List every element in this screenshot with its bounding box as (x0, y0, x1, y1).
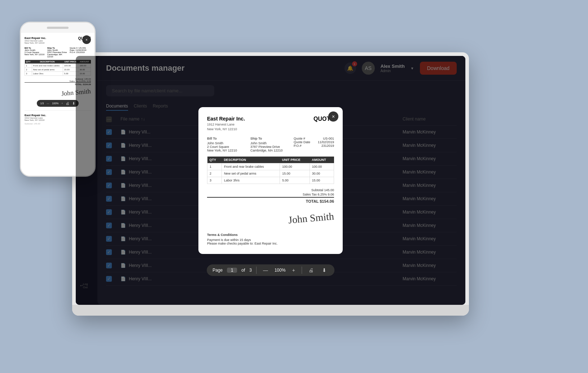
unit-1: 100.00 (280, 163, 310, 170)
page-total: 3 (249, 268, 252, 273)
amount-2: 30.00 (310, 170, 334, 177)
amount-3: 15.00 (310, 177, 334, 184)
mobile-ship-city: Cambridge, MA 12210 (47, 53, 69, 58)
terms-title: Terms & Conditions (207, 233, 334, 237)
mobile-notch-bar (47, 27, 69, 29)
line-item-3: 3 Labor 3hrs 5.00 15.00 (207, 177, 334, 184)
unit-3: 5.00 (280, 177, 310, 184)
bill-to-title: Bill To (207, 137, 247, 140)
m-qty-1: 1 (25, 64, 32, 68)
invoice-modal: × East Repair Inc. 1912 Harvest Lane New… (198, 107, 343, 254)
mobile-print-icon[interactable]: 🖨 (66, 101, 69, 105)
m-qty-2: 2 (25, 68, 32, 72)
laptop-frame: ⊞ 📄 👥 📊 📅 ↩ Log Out Documents manager (72, 52, 469, 316)
bill-to-addr1: 2 Court Square (207, 145, 247, 149)
po-label: P.O.# (294, 144, 302, 148)
m-col-qty: QTY (25, 60, 32, 64)
bill-ship-section: Bill To John Smith 2 Court Square New Yo… (207, 137, 334, 152)
company-name: East Repair Inc. (207, 116, 245, 122)
pdf-toolbar: Page of 3 — 100% + 🖨 ⬇ (207, 264, 334, 276)
zoom-level: 100% (275, 268, 286, 273)
invoice-header: East Repair Inc. 1912 Harvest Lane New Y… (207, 116, 334, 131)
qty-3: 3 (207, 177, 222, 184)
m-col-desc: DESCRIPTION (32, 60, 63, 64)
subtotal-value: 145.00 (324, 188, 334, 192)
mobile-bill-city: New York, NY 12210 (25, 53, 46, 56)
mobile-close-button[interactable]: × (82, 35, 91, 44)
line-item-1: 1 Front and rear brake cables 100.00 100… (207, 163, 334, 170)
tax-label: Sales Tax 6.25% (303, 193, 327, 196)
mobile-zoom-minus[interactable]: — (47, 102, 49, 105)
page-label: Page (212, 268, 223, 273)
company-address-1: 1912 Harvest Lane (207, 123, 245, 126)
qty-1: 1 (207, 163, 222, 170)
desc-2: New set of pedal arms (221, 170, 280, 177)
m-desc-3: Labor 3hrs (32, 72, 63, 76)
quote-num: US-001 (323, 137, 334, 140)
terms-section: Terms & Conditions Payment is due within… (207, 233, 334, 245)
tax-value: 9.06 (328, 193, 334, 196)
m-desc-1: Front and rear brake cables (32, 64, 63, 68)
mobile-page-info: 1/3 (40, 102, 44, 105)
signature: John Smith (288, 210, 334, 226)
mobile-address-2: New York, NY 12210 (25, 42, 46, 44)
qty-2: 2 (207, 170, 222, 177)
total-label: TOTAL (306, 199, 319, 203)
terms-line1: Payment is due within 15 days (207, 238, 334, 242)
amount-1: 100.00 (310, 163, 334, 170)
toolbar-divider (256, 267, 256, 274)
print-button[interactable]: 🖨 (306, 267, 316, 274)
invoice-table: QTY DESCRIPTION UNIT PRICE AMOUNT 1 Fron… (207, 157, 334, 184)
ship-to-addr1: 3787 Pineview Drive (250, 145, 291, 149)
col-qty: QTY (207, 157, 222, 163)
line-item-2: 2 New set of pedal arms 15.00 30.00 (207, 170, 334, 177)
desc-3: Labor 3hrs (221, 177, 280, 184)
m-desc-2: New set of pedal arms (32, 68, 63, 72)
zoom-minus-button[interactable]: — (261, 267, 270, 274)
mobile-po: P.O.#: 2312019 (70, 51, 91, 53)
invoice-totals: Subtotal 145.00 Sales Tax 6.25% 9.06 TOT… (207, 188, 334, 203)
unit-2: 15.00 (280, 170, 310, 177)
po-num: 2312019 (321, 144, 334, 148)
m-qty-3: 3 (25, 72, 32, 76)
mobile-zoom-plus[interactable]: + (61, 102, 63, 105)
laptop-screen: ⊞ 📄 👥 📊 📅 ↩ Log Out Documents manager (76, 56, 465, 305)
modal-overlay: × East Repair Inc. 1912 Harvest Lane New… (76, 56, 465, 305)
desc-1: Front and rear brake cables (221, 163, 280, 170)
ship-to-addr2: Cambridge, MA 12210 (250, 149, 291, 152)
mobile-zoom-level: 100% (52, 102, 58, 105)
col-unit: UNIT PRICE (280, 157, 310, 163)
page-input[interactable] (227, 268, 237, 273)
bill-to-addr2: New York, NY 12210 (207, 149, 247, 152)
terms-line2: Please make checks payable to: East Repa… (207, 242, 334, 245)
download-toolbar-button[interactable]: ⬇ (320, 267, 329, 274)
mobile-notch (21, 23, 95, 33)
col-amount: AMOUNT (310, 157, 334, 163)
toolbar-divider-2 (302, 267, 302, 274)
page-of-label: of (241, 268, 245, 273)
quote-date: 11/02/2019 (318, 140, 334, 144)
signature-area: John Smith (207, 209, 334, 227)
quote-num-label: Quote # (294, 137, 305, 140)
subtotal-label: Subtotal (311, 188, 323, 192)
bill-to-name: John Smith (207, 141, 247, 145)
ship-to-title: Ship To (250, 137, 291, 140)
quote-date-label: Quote Date (294, 140, 310, 144)
modal-close-button[interactable]: × (328, 111, 338, 122)
zoom-plus-button[interactable]: + (290, 267, 297, 274)
mobile-pdf-toolbar: 1/3 — 100% + 🖨 ⬇ (37, 100, 79, 107)
total-value: $154.06 (320, 199, 334, 203)
laptop-base (72, 305, 469, 316)
mobile-download-icon[interactable]: ⬇ (72, 101, 75, 105)
col-desc: DESCRIPTION (221, 157, 280, 163)
company-address-2: New York, NY 12210 (207, 127, 245, 131)
ship-to-name: John Smith (250, 141, 291, 145)
mobile-company-name: East Repair Inc. (25, 36, 46, 40)
